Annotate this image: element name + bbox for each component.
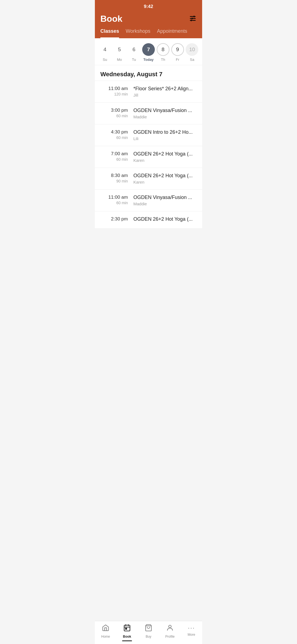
class-info-4: OGDEN 26+2 Hot Yoga (... Karen	[133, 173, 197, 184]
class-item-3[interactable]: 7:00 am 60 min OGDEN 26+2 Hot Yoga (... …	[95, 146, 202, 168]
day-label-sa: Sa	[190, 58, 194, 62]
class-time-3: 7:00 am 60 min	[100, 151, 128, 162]
date-heading: Wednesday, August 7	[95, 65, 202, 81]
day-number-9: 9	[171, 43, 184, 56]
day-label-tu: Tu	[132, 58, 136, 62]
day-number-7: 7	[142, 43, 155, 56]
calendar-day-sat[interactable]: 10 Sa	[186, 43, 198, 62]
header: Book	[95, 12, 202, 24]
calendar-strip: 4 Su 5 Mo 6 Tu 7 Today 8 Th 9 Fr 10 Sa	[95, 38, 202, 65]
page-title: Book	[100, 14, 122, 24]
class-item-6[interactable]: 2:30 pm OGDEN 26+2 Hot Yoga (...	[95, 211, 202, 228]
tab-workshops[interactable]: Workshops	[126, 28, 150, 38]
class-item-0[interactable]: 11:00 am 120 min *Floor Series* 26+2 Ali…	[95, 81, 202, 102]
day-label-mo: Mo	[117, 58, 122, 62]
filter-icon	[189, 15, 197, 22]
class-list: 11:00 am 120 min *Floor Series* 26+2 Ali…	[95, 81, 202, 228]
day-number-10: 10	[186, 43, 198, 56]
class-info-6: OGDEN 26+2 Hot Yoga (...	[133, 216, 197, 223]
main-content: 4 Su 5 Mo 6 Tu 7 Today 8 Th 9 Fr 10 Sa W…	[95, 38, 202, 250]
calendar-day-today[interactable]: 7 Today	[142, 43, 155, 62]
filter-button[interactable]	[189, 15, 197, 23]
calendar-day-tue[interactable]: 6 Tu	[128, 43, 140, 62]
day-number-4: 4	[98, 43, 111, 56]
day-label-fr: Fr	[176, 58, 179, 62]
calendar-day-fri[interactable]: 9 Fr	[171, 43, 184, 62]
day-label-su: Su	[103, 58, 107, 62]
class-time-5: 11:00 am 60 min	[100, 195, 128, 205]
calendar-day-mon[interactable]: 5 Mo	[113, 43, 126, 62]
tab-appointments[interactable]: Appointments	[157, 28, 187, 38]
class-time-1: 3:00 pm 60 min	[100, 108, 128, 118]
class-time-0: 11:00 am 120 min	[100, 86, 128, 96]
calendar-day-sun[interactable]: 4 Su	[98, 43, 111, 62]
tab-bar: Classes Workshops Appointments	[95, 24, 202, 38]
class-item-1[interactable]: 3:00 pm 60 min OGDEN Vinyasa/Fusion ... …	[95, 102, 202, 124]
class-time-2: 4:30 pm 60 min	[100, 129, 128, 140]
class-info-1: OGDEN Vinyasa/Fusion ... Maddie	[133, 108, 197, 119]
day-number-8: 8	[157, 43, 169, 56]
calendar-day-thu[interactable]: 8 Th	[157, 43, 169, 62]
day-number-6: 6	[128, 43, 140, 56]
day-label-today: Today	[143, 58, 153, 62]
class-item-4[interactable]: 8:30 am 90 min OGDEN 26+2 Hot Yoga (... …	[95, 168, 202, 189]
status-time: 9:42	[144, 4, 153, 9]
class-info-2: OGDEN Intro to 26+2 Ho... Lili	[133, 129, 197, 141]
day-label-th: Th	[161, 58, 165, 62]
status-bar: 9:42	[95, 0, 202, 12]
class-info-0: *Floor Series* 26+2 Align... Jill	[133, 86, 197, 97]
class-time-4: 8:30 am 90 min	[100, 173, 128, 183]
class-info-3: OGDEN 26+2 Hot Yoga (... Karen	[133, 151, 197, 163]
day-number-5: 5	[113, 43, 126, 56]
tab-classes[interactable]: Classes	[100, 28, 119, 38]
class-info-5: OGDEN Vinyasa/Fusion ... Maddie	[133, 195, 197, 206]
class-item-5[interactable]: 11:00 am 60 min OGDEN Vinyasa/Fusion ...…	[95, 189, 202, 211]
class-item-2[interactable]: 4:30 pm 60 min OGDEN Intro to 26+2 Ho...…	[95, 124, 202, 146]
class-time-6: 2:30 pm	[100, 216, 128, 222]
